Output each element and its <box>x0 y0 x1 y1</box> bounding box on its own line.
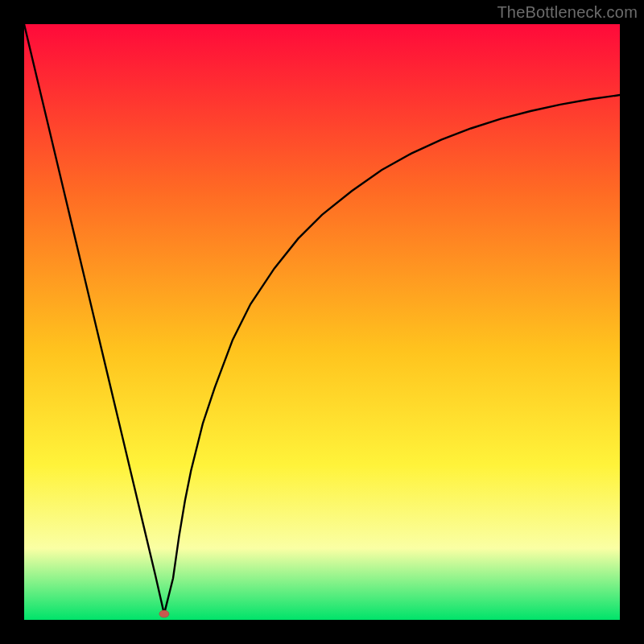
minimum-marker <box>159 610 169 617</box>
bottleneck-curve-chart <box>24 24 620 620</box>
gradient-background <box>24 24 620 620</box>
watermark-text: TheBottleneck.com <box>497 3 638 22</box>
chart-frame: TheBottleneck.com <box>0 0 644 644</box>
